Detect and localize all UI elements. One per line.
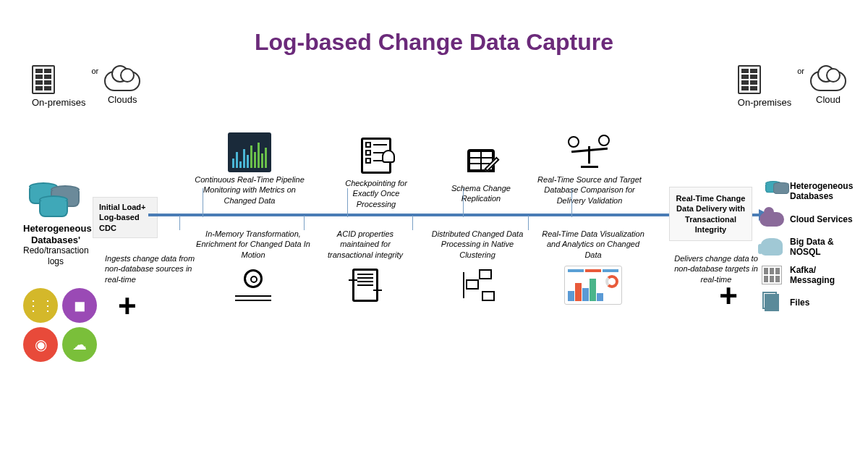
cloud-source-icon: ☁: [62, 327, 97, 362]
target-label: Kafka/ Messaging: [790, 265, 854, 286]
sensor-source-icon: ◉: [23, 327, 58, 362]
source-label: Heterogeneous Databases': [23, 223, 88, 245]
document-transfer-icon: [352, 269, 378, 302]
clouds-label: Clouds: [104, 94, 140, 105]
dashboard-monitor-icon: [228, 132, 271, 172]
feature-label: Real-Time Source and Target Database Com…: [535, 174, 644, 206]
feature-schema: Schema Change Replication: [441, 143, 521, 204]
pipeline-line: [148, 214, 760, 216]
feature-viz: Real-Time Data Visualization and Analyti…: [539, 229, 647, 308]
analytics-dashboard-icon: [564, 266, 622, 305]
hadoop-elephant-icon: [761, 238, 783, 256]
feature-label: Continuous Real-Time Pipeline Monitoring…: [192, 174, 307, 206]
schema-edit-icon: [467, 149, 495, 172]
target-label: Big Data & NOSQL: [790, 237, 854, 258]
ingest-note: Ingests change data from non-database so…: [105, 253, 206, 284]
source-sublabel: Redo/transaction logs: [23, 245, 88, 266]
target-item: Cloud Services: [760, 209, 854, 229]
onprem-label: On-premises: [32, 97, 85, 108]
source-connectors: ⋮⋮ ◼ ◉ ☁: [23, 288, 97, 362]
cloud-icon: [104, 71, 140, 91]
feature-label: Distributed Changed Data Processing in N…: [423, 229, 532, 260]
feature-checkpoint: Checkpointing for Exactly Once Processin…: [333, 138, 420, 209]
target-label: Files: [790, 297, 809, 308]
or-text-r: or: [797, 67, 804, 75]
feature-label: Real-Time Data Visualization and Analyti…: [539, 229, 647, 260]
cloud-services-icon: [760, 212, 784, 227]
source-databases: Heterogeneous Databases' Redo/transactio…: [23, 182, 88, 266]
deploy-right: On-premises or Cloud: [738, 65, 846, 108]
connector-line: [203, 188, 203, 217]
target-label: Heterogeneous Databases: [790, 181, 854, 202]
connector-line: [463, 188, 464, 217]
feature-acid: ACID properties maintained for transacti…: [318, 229, 412, 308]
connector-line: [304, 216, 305, 230]
target-item: Heterogeneous Databases: [760, 181, 854, 202]
building-icon: [32, 65, 55, 94]
cloud-label-r: Cloud: [810, 94, 846, 105]
cloud-icon-r: [810, 71, 846, 91]
load-cdc-badge: Initial Load+ Log-based CDC: [93, 197, 158, 238]
kafka-source-icon: ⋮⋮: [23, 288, 58, 323]
delivery-badge: Real-Time Change Data Delivery with Tran…: [669, 187, 752, 241]
gear-stream-icon: [235, 269, 271, 301]
database-icon: [39, 195, 68, 217]
feature-comparison: Real-Time Source and Target Database Com…: [535, 134, 644, 206]
balance-scale-icon: [568, 136, 611, 168]
target-item: Files: [760, 292, 854, 313]
diagram-title: Log-based Change Data Capture: [0, 0, 868, 56]
feature-label: Schema Change Replication: [441, 183, 521, 204]
feature-label: In-Memory Transformation, Enrichment for…: [195, 229, 311, 260]
connector-line: [528, 216, 529, 230]
connector-line: [412, 216, 413, 230]
or-text: or: [91, 67, 98, 75]
deliver-note: Delivers change data to non-database tar…: [665, 253, 767, 284]
onprem-label-r: On-premises: [738, 97, 791, 108]
kafka-icon: [762, 266, 782, 284]
target-item: Big Data & NOSQL: [760, 237, 854, 258]
feature-label: Checkpointing for Exactly Once Processin…: [333, 178, 420, 209]
target-label: Cloud Services: [790, 214, 853, 224]
feature-label: ACID properties maintained for transacti…: [318, 229, 412, 260]
connector-line: [571, 188, 572, 217]
files-icon: [762, 292, 781, 313]
target-item: Kafka/ Messaging: [760, 265, 854, 286]
building-icon: [738, 65, 761, 94]
connector-line: [179, 216, 180, 230]
plus-icon: +: [118, 288, 137, 324]
target-list: Heterogeneous Databases Cloud Services B…: [760, 181, 854, 313]
feature-distributed: Distributed Changed Data Processing in N…: [423, 229, 532, 308]
deploy-left: On-premises or Clouds: [32, 65, 140, 108]
feature-monitoring: Continuous Real-Time Pipeline Monitoring…: [192, 134, 307, 206]
cluster-icon: [460, 269, 495, 301]
feature-transform: In-Memory Transformation, Enrichment for…: [195, 229, 311, 308]
checklist-icon: [361, 138, 391, 174]
file-source-icon: ◼: [62, 288, 97, 323]
connector-line: [347, 188, 348, 217]
